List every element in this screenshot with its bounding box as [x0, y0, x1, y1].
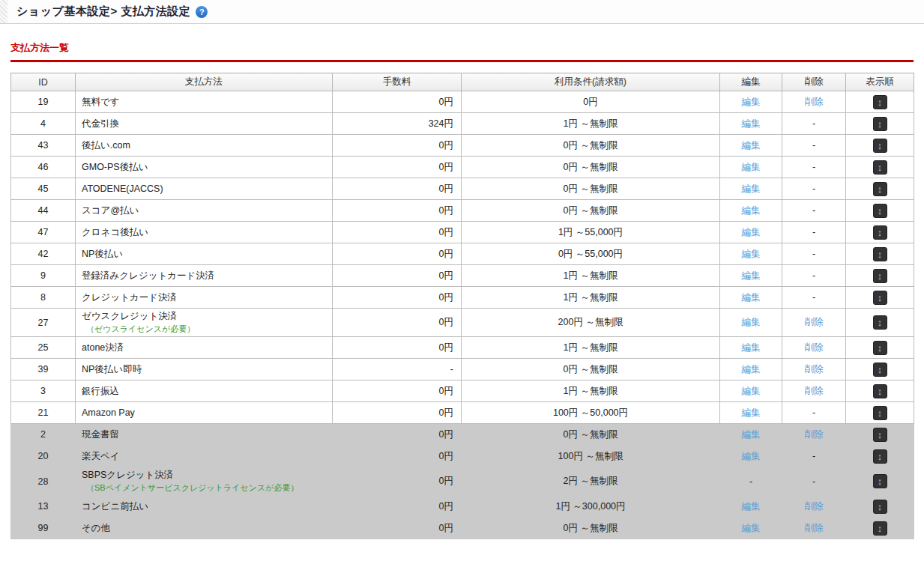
edit-link[interactable]: 編集: [742, 270, 761, 281]
sort-updown-icon[interactable]: ↕: [873, 500, 887, 514]
fee-cell: 324円: [333, 113, 462, 135]
edit-link[interactable]: 編集: [742, 342, 761, 353]
table-header-row: ID支払方法手数料利用条件(請求額)編集削除表示順: [11, 73, 914, 91]
header-hatch-decoration: [0, 0, 7, 23]
payment-id-cell: 44: [11, 200, 76, 222]
edit-link[interactable]: 編集: [742, 118, 761, 129]
delete-cell: 削除: [782, 496, 846, 518]
edit-link[interactable]: 編集: [742, 451, 761, 461]
delete-link[interactable]: 削除: [805, 97, 824, 107]
fee-cell: 0円: [333, 337, 462, 359]
fee-cell: 0円: [333, 200, 462, 222]
table-row: 46GMO-PS後払い0円0円 ～無制限編集-↕: [11, 157, 914, 178]
sort-cell: ↕: [846, 359, 914, 380]
payment-name-cell: 登録済みクレジットカード決済: [76, 265, 333, 287]
table-row: 99その他0円0円 ～無制限編集削除↕: [11, 518, 914, 539]
edit-cell: -: [720, 467, 782, 496]
delete-link[interactable]: 削除: [805, 386, 824, 396]
edit-cell: 編集: [720, 200, 782, 222]
fee-cell: 0円: [333, 309, 462, 337]
payment-name-cell: ATODENE(JACCS): [76, 178, 333, 200]
sort-updown-icon[interactable]: ↕: [873, 521, 887, 536]
sort-updown-icon[interactable]: ↕: [873, 406, 887, 420]
payment-name: コンビニ前払い: [82, 500, 327, 513]
sort-updown-icon[interactable]: ↕: [873, 247, 887, 261]
sort-updown-icon[interactable]: ↕: [873, 474, 887, 488]
payment-name: 無料です: [82, 96, 327, 109]
sort-updown-icon[interactable]: ↕: [873, 384, 887, 398]
condition-cell: 0円 ～無制限: [462, 359, 720, 380]
sort-updown-icon[interactable]: ↕: [873, 139, 887, 153]
condition-cell: 0円 ～無制限: [462, 518, 720, 539]
payment-id-cell: 25: [11, 337, 76, 359]
section-title: 支払方法一覧: [10, 41, 914, 55]
payment-name: SBPSクレジット決済: [82, 469, 327, 482]
edit-link[interactable]: 編集: [742, 140, 761, 151]
payment-methods-table: ID支払方法手数料利用条件(請求額)編集削除表示順 19無料です0円0円編集削除…: [10, 73, 914, 539]
edit-link[interactable]: 編集: [742, 364, 761, 375]
sort-updown-icon[interactable]: ↕: [873, 315, 887, 330]
edit-link[interactable]: 編集: [742, 97, 761, 107]
edit-cell: 編集: [720, 518, 782, 539]
payment-name-cell: SBPSクレジット決済（SBペイメントサービスクレジットライセンスが必要）: [76, 467, 333, 496]
sort-updown-icon[interactable]: ↕: [873, 291, 887, 305]
delete-link[interactable]: 削除: [805, 317, 824, 327]
edit-link[interactable]: 編集: [742, 429, 761, 440]
payment-name-cell: 銀行振込: [76, 380, 333, 402]
edit-link[interactable]: 編集: [742, 292, 761, 303]
payment-license-note: （ゼウスライセンスが必要）: [82, 324, 327, 335]
delete-link[interactable]: 削除: [805, 342, 824, 353]
edit-link[interactable]: 編集: [742, 249, 761, 259]
edit-link[interactable]: 編集: [742, 227, 761, 237]
sort-cell: ↕: [846, 518, 914, 539]
payment-id-cell: 3: [11, 380, 76, 402]
delete-cell: 削除: [782, 380, 846, 402]
payment-name-cell: atone決済: [76, 337, 333, 359]
edit-link[interactable]: 編集: [742, 205, 761, 216]
edit-cell: 編集: [720, 496, 782, 518]
payment-id-cell: 2: [11, 424, 76, 446]
sort-updown-icon[interactable]: ↕: [873, 160, 887, 175]
sort-cell: ↕: [846, 309, 914, 337]
column-header: 削除: [782, 73, 846, 91]
sort-updown-icon[interactable]: ↕: [873, 204, 887, 218]
fee-cell: 0円: [333, 243, 462, 265]
sort-updown-icon[interactable]: ↕: [873, 363, 887, 377]
sort-cell: ↕: [846, 91, 914, 113]
delete-cell: -: [782, 446, 846, 467]
sort-updown-icon[interactable]: ↕: [873, 269, 887, 283]
table-row: 25atone決済0円1円 ～無制限編集削除↕: [11, 337, 914, 359]
edit-link[interactable]: 編集: [742, 501, 761, 512]
delete-link[interactable]: 削除: [805, 364, 824, 375]
condition-cell: 1円 ～無制限: [462, 287, 720, 309]
delete-link[interactable]: 削除: [805, 429, 824, 440]
edit-link[interactable]: 編集: [742, 407, 761, 418]
payment-id-cell: 20: [11, 446, 76, 467]
edit-link[interactable]: 編集: [742, 317, 761, 327]
sort-updown-icon[interactable]: ↕: [873, 428, 887, 442]
sort-cell: ↕: [846, 402, 914, 424]
condition-cell: 0円: [462, 91, 720, 113]
sort-updown-icon[interactable]: ↕: [873, 449, 887, 464]
sort-cell: ↕: [846, 222, 914, 243]
sort-updown-icon[interactable]: ↕: [873, 182, 887, 196]
payment-name: 代金引換: [82, 118, 327, 130]
payment-name: GMO-PS後払い: [82, 161, 327, 174]
column-header: 支払方法: [76, 73, 333, 91]
delete-link[interactable]: 削除: [805, 523, 824, 533]
help-icon[interactable]: ?: [196, 6, 208, 18]
column-header: 表示順: [846, 73, 914, 91]
edit-link[interactable]: 編集: [742, 184, 761, 194]
edit-link[interactable]: 編集: [742, 162, 761, 172]
sort-updown-icon[interactable]: ↕: [873, 225, 887, 240]
payment-name-cell: スコア@払い: [76, 200, 333, 222]
edit-cell: 編集: [720, 265, 782, 287]
delete-link[interactable]: 削除: [805, 501, 824, 512]
condition-cell: 0円 ～55,000円: [462, 243, 720, 265]
sort-updown-icon[interactable]: ↕: [873, 117, 887, 131]
payment-license-note: （SBペイメントサービスクレジットライセンスが必要）: [82, 482, 327, 494]
edit-link[interactable]: 編集: [742, 523, 761, 533]
edit-link[interactable]: 編集: [742, 386, 761, 396]
sort-updown-icon[interactable]: ↕: [873, 341, 887, 355]
sort-updown-icon[interactable]: ↕: [873, 95, 887, 109]
